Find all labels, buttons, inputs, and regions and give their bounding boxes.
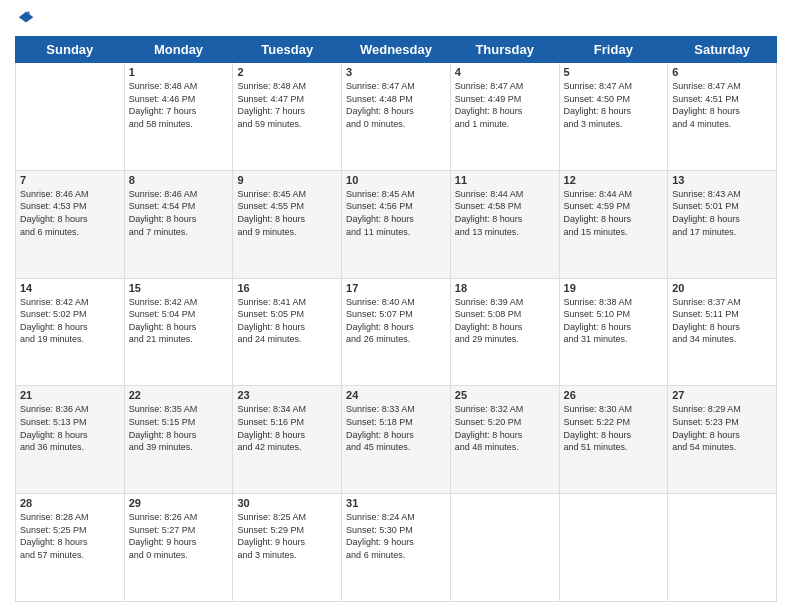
day-number: 6 bbox=[672, 66, 772, 78]
calendar-cell: 30Sunrise: 8:25 AM Sunset: 5:29 PM Dayli… bbox=[233, 494, 342, 602]
logo-text bbox=[15, 10, 35, 28]
calendar-cell bbox=[16, 63, 125, 171]
day-info: Sunrise: 8:29 AM Sunset: 5:23 PM Dayligh… bbox=[672, 403, 772, 453]
calendar-day-header: Sunday bbox=[16, 37, 125, 63]
day-number: 11 bbox=[455, 174, 555, 186]
calendar-day-header: Monday bbox=[124, 37, 233, 63]
day-number: 18 bbox=[455, 282, 555, 294]
day-number: 10 bbox=[346, 174, 446, 186]
day-info: Sunrise: 8:37 AM Sunset: 5:11 PM Dayligh… bbox=[672, 296, 772, 346]
day-number: 14 bbox=[20, 282, 120, 294]
calendar-cell: 8Sunrise: 8:46 AM Sunset: 4:54 PM Daylig… bbox=[124, 170, 233, 278]
calendar-cell: 18Sunrise: 8:39 AM Sunset: 5:08 PM Dayli… bbox=[450, 278, 559, 386]
day-number: 20 bbox=[672, 282, 772, 294]
calendar-week-row: 28Sunrise: 8:28 AM Sunset: 5:25 PM Dayli… bbox=[16, 494, 777, 602]
calendar-cell: 19Sunrise: 8:38 AM Sunset: 5:10 PM Dayli… bbox=[559, 278, 668, 386]
calendar-cell: 27Sunrise: 8:29 AM Sunset: 5:23 PM Dayli… bbox=[668, 386, 777, 494]
header bbox=[15, 10, 777, 28]
day-info: Sunrise: 8:42 AM Sunset: 5:02 PM Dayligh… bbox=[20, 296, 120, 346]
day-number: 22 bbox=[129, 389, 229, 401]
day-info: Sunrise: 8:45 AM Sunset: 4:55 PM Dayligh… bbox=[237, 188, 337, 238]
day-info: Sunrise: 8:46 AM Sunset: 4:53 PM Dayligh… bbox=[20, 188, 120, 238]
calendar-cell: 1Sunrise: 8:48 AM Sunset: 4:46 PM Daylig… bbox=[124, 63, 233, 171]
day-number: 15 bbox=[129, 282, 229, 294]
day-info: Sunrise: 8:46 AM Sunset: 4:54 PM Dayligh… bbox=[129, 188, 229, 238]
calendar-day-header: Saturday bbox=[668, 37, 777, 63]
calendar-cell: 10Sunrise: 8:45 AM Sunset: 4:56 PM Dayli… bbox=[342, 170, 451, 278]
day-number: 4 bbox=[455, 66, 555, 78]
day-number: 28 bbox=[20, 497, 120, 509]
calendar-cell bbox=[450, 494, 559, 602]
calendar-cell: 7Sunrise: 8:46 AM Sunset: 4:53 PM Daylig… bbox=[16, 170, 125, 278]
calendar-day-header: Friday bbox=[559, 37, 668, 63]
day-info: Sunrise: 8:48 AM Sunset: 4:47 PM Dayligh… bbox=[237, 80, 337, 130]
day-number: 17 bbox=[346, 282, 446, 294]
calendar-cell: 4Sunrise: 8:47 AM Sunset: 4:49 PM Daylig… bbox=[450, 63, 559, 171]
calendar-day-header: Thursday bbox=[450, 37, 559, 63]
logo bbox=[15, 10, 35, 28]
calendar-table: SundayMondayTuesdayWednesdayThursdayFrid… bbox=[15, 36, 777, 602]
calendar-cell: 13Sunrise: 8:43 AM Sunset: 5:01 PM Dayli… bbox=[668, 170, 777, 278]
day-info: Sunrise: 8:26 AM Sunset: 5:27 PM Dayligh… bbox=[129, 511, 229, 561]
calendar-cell: 23Sunrise: 8:34 AM Sunset: 5:16 PM Dayli… bbox=[233, 386, 342, 494]
day-info: Sunrise: 8:35 AM Sunset: 5:15 PM Dayligh… bbox=[129, 403, 229, 453]
day-info: Sunrise: 8:43 AM Sunset: 5:01 PM Dayligh… bbox=[672, 188, 772, 238]
calendar-cell: 21Sunrise: 8:36 AM Sunset: 5:13 PM Dayli… bbox=[16, 386, 125, 494]
calendar-week-row: 14Sunrise: 8:42 AM Sunset: 5:02 PM Dayli… bbox=[16, 278, 777, 386]
calendar-cell: 2Sunrise: 8:48 AM Sunset: 4:47 PM Daylig… bbox=[233, 63, 342, 171]
calendar-cell: 3Sunrise: 8:47 AM Sunset: 4:48 PM Daylig… bbox=[342, 63, 451, 171]
page: SundayMondayTuesdayWednesdayThursdayFrid… bbox=[0, 0, 792, 612]
day-number: 7 bbox=[20, 174, 120, 186]
day-info: Sunrise: 8:42 AM Sunset: 5:04 PM Dayligh… bbox=[129, 296, 229, 346]
day-info: Sunrise: 8:39 AM Sunset: 5:08 PM Dayligh… bbox=[455, 296, 555, 346]
day-info: Sunrise: 8:47 AM Sunset: 4:50 PM Dayligh… bbox=[564, 80, 664, 130]
calendar-cell: 12Sunrise: 8:44 AM Sunset: 4:59 PM Dayli… bbox=[559, 170, 668, 278]
day-number: 26 bbox=[564, 389, 664, 401]
day-number: 8 bbox=[129, 174, 229, 186]
calendar-cell: 6Sunrise: 8:47 AM Sunset: 4:51 PM Daylig… bbox=[668, 63, 777, 171]
day-info: Sunrise: 8:25 AM Sunset: 5:29 PM Dayligh… bbox=[237, 511, 337, 561]
calendar-cell: 22Sunrise: 8:35 AM Sunset: 5:15 PM Dayli… bbox=[124, 386, 233, 494]
day-info: Sunrise: 8:33 AM Sunset: 5:18 PM Dayligh… bbox=[346, 403, 446, 453]
day-number: 9 bbox=[237, 174, 337, 186]
day-number: 16 bbox=[237, 282, 337, 294]
day-info: Sunrise: 8:47 AM Sunset: 4:48 PM Dayligh… bbox=[346, 80, 446, 130]
svg-marker-0 bbox=[19, 12, 33, 23]
day-number: 30 bbox=[237, 497, 337, 509]
calendar-cell: 29Sunrise: 8:26 AM Sunset: 5:27 PM Dayli… bbox=[124, 494, 233, 602]
calendar-cell: 28Sunrise: 8:28 AM Sunset: 5:25 PM Dayli… bbox=[16, 494, 125, 602]
calendar-day-header: Wednesday bbox=[342, 37, 451, 63]
day-number: 19 bbox=[564, 282, 664, 294]
day-number: 23 bbox=[237, 389, 337, 401]
calendar-week-row: 7Sunrise: 8:46 AM Sunset: 4:53 PM Daylig… bbox=[16, 170, 777, 278]
day-info: Sunrise: 8:30 AM Sunset: 5:22 PM Dayligh… bbox=[564, 403, 664, 453]
day-info: Sunrise: 8:44 AM Sunset: 4:59 PM Dayligh… bbox=[564, 188, 664, 238]
calendar-day-header: Tuesday bbox=[233, 37, 342, 63]
calendar-cell: 9Sunrise: 8:45 AM Sunset: 4:55 PM Daylig… bbox=[233, 170, 342, 278]
calendar-cell: 14Sunrise: 8:42 AM Sunset: 5:02 PM Dayli… bbox=[16, 278, 125, 386]
calendar-cell: 24Sunrise: 8:33 AM Sunset: 5:18 PM Dayli… bbox=[342, 386, 451, 494]
calendar-cell: 31Sunrise: 8:24 AM Sunset: 5:30 PM Dayli… bbox=[342, 494, 451, 602]
day-info: Sunrise: 8:44 AM Sunset: 4:58 PM Dayligh… bbox=[455, 188, 555, 238]
day-info: Sunrise: 8:34 AM Sunset: 5:16 PM Dayligh… bbox=[237, 403, 337, 453]
calendar-cell: 11Sunrise: 8:44 AM Sunset: 4:58 PM Dayli… bbox=[450, 170, 559, 278]
day-info: Sunrise: 8:38 AM Sunset: 5:10 PM Dayligh… bbox=[564, 296, 664, 346]
day-info: Sunrise: 8:48 AM Sunset: 4:46 PM Dayligh… bbox=[129, 80, 229, 130]
day-number: 25 bbox=[455, 389, 555, 401]
day-number: 3 bbox=[346, 66, 446, 78]
calendar-cell: 26Sunrise: 8:30 AM Sunset: 5:22 PM Dayli… bbox=[559, 386, 668, 494]
day-info: Sunrise: 8:41 AM Sunset: 5:05 PM Dayligh… bbox=[237, 296, 337, 346]
day-number: 29 bbox=[129, 497, 229, 509]
day-info: Sunrise: 8:45 AM Sunset: 4:56 PM Dayligh… bbox=[346, 188, 446, 238]
day-info: Sunrise: 8:47 AM Sunset: 4:51 PM Dayligh… bbox=[672, 80, 772, 130]
calendar-cell bbox=[668, 494, 777, 602]
day-info: Sunrise: 8:28 AM Sunset: 5:25 PM Dayligh… bbox=[20, 511, 120, 561]
calendar-cell: 20Sunrise: 8:37 AM Sunset: 5:11 PM Dayli… bbox=[668, 278, 777, 386]
calendar-cell: 17Sunrise: 8:40 AM Sunset: 5:07 PM Dayli… bbox=[342, 278, 451, 386]
calendar-cell bbox=[559, 494, 668, 602]
day-number: 27 bbox=[672, 389, 772, 401]
calendar-header-row: SundayMondayTuesdayWednesdayThursdayFrid… bbox=[16, 37, 777, 63]
day-number: 13 bbox=[672, 174, 772, 186]
day-number: 2 bbox=[237, 66, 337, 78]
day-number: 31 bbox=[346, 497, 446, 509]
